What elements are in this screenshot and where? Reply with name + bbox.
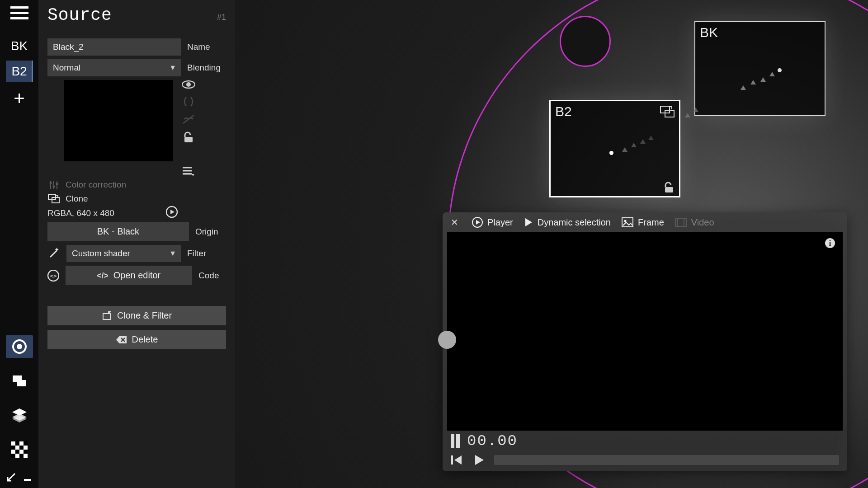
tab-label: Frame: [638, 217, 664, 228]
code-value: Open editor: [113, 270, 161, 281]
timeline-track[interactable]: [494, 455, 839, 465]
delete-label: Delete: [132, 334, 158, 345]
svg-rect-1: [10, 12, 28, 14]
svg-text:</>: </>: [97, 271, 108, 280]
filter-label: Filter: [187, 249, 226, 258]
menu-button[interactable]: [10, 5, 28, 21]
svg-point-54: [624, 220, 627, 222]
magic-wand-icon[interactable]: [47, 248, 60, 259]
delete-button[interactable]: Delete: [47, 330, 226, 349]
svg-rect-14: [24, 446, 28, 450]
origin-button[interactable]: BK - Black: [47, 222, 189, 241]
play-button[interactable]: [473, 454, 485, 466]
svg-marker-52: [525, 218, 532, 226]
clone-filter-label: Clone & Filter: [117, 310, 172, 321]
sidebar-source-bk[interactable]: BK: [6, 35, 33, 57]
filter-select[interactable]: Custom shader ▼: [66, 245, 181, 262]
video-preview[interactable]: i: [447, 232, 843, 431]
svg-rect-13: [15, 446, 19, 450]
visibility-icon[interactable]: [182, 80, 195, 89]
origin-value: BK - Black: [97, 226, 139, 237]
svg-point-4: [17, 344, 22, 349]
drag-handle[interactable]: [438, 331, 456, 349]
open-editor-button[interactable]: </> Open editor: [66, 266, 192, 285]
player-panel: ✕ Player Dynamic selection Frame Video i: [443, 212, 847, 471]
share-icon: [102, 311, 113, 321]
link-off-icon[interactable]: [182, 114, 195, 124]
node-label: B2: [555, 104, 572, 119]
pause-icon: [451, 434, 460, 448]
code-label: Code: [198, 271, 226, 281]
node-bk[interactable]: BK: [694, 21, 826, 116]
clone-label: Clone: [66, 194, 88, 204]
chevron-down-icon: ▼: [169, 249, 176, 258]
source-label: BK: [11, 39, 28, 53]
svg-text:<>: <>: [50, 272, 57, 279]
tab-video: Video: [675, 217, 714, 228]
code-icon[interactable]: <>: [47, 270, 59, 282]
code-brackets-icon: </>: [97, 271, 108, 280]
svg-rect-28: [183, 173, 192, 175]
play-circle-icon: [472, 217, 483, 228]
svg-line-24: [183, 115, 194, 123]
source-info: RGBA, 640 x 480: [47, 208, 156, 218]
node-b2[interactable]: B2: [549, 100, 680, 197]
svg-rect-16: [19, 450, 24, 454]
play-small-icon[interactable]: [163, 206, 181, 218]
name-input[interactable]: [47, 38, 181, 56]
properties-panel: Source #1 Name Normal ▼ Blending Color c…: [38, 0, 235, 488]
menu-list-icon[interactable]: [183, 166, 194, 176]
add-source-button[interactable]: +: [14, 88, 25, 109]
close-icon[interactable]: ✕: [451, 217, 458, 228]
svg-rect-44: [103, 314, 110, 319]
workspace-canvas[interactable]: BK B2 ✕ Player: [235, 0, 868, 488]
collapse-icon[interactable]: [7, 473, 16, 482]
layers-tool[interactable]: [6, 404, 33, 427]
rewind-button[interactable]: [451, 455, 464, 465]
svg-rect-12: [19, 441, 24, 446]
svg-rect-21: [24, 479, 31, 481]
svg-rect-17: [15, 454, 19, 458]
svg-text:i: i: [829, 239, 831, 248]
tab-label: Player: [487, 217, 513, 228]
transform-tool[interactable]: [6, 370, 33, 392]
svg-line-40: [50, 250, 57, 257]
filter-value: Custom shader: [72, 249, 130, 258]
image-icon: [622, 217, 633, 227]
clone-and-filter-button[interactable]: Clone & Filter: [47, 306, 226, 325]
target-tool[interactable]: [6, 335, 33, 358]
svg-point-33: [50, 182, 52, 184]
source-label: B2: [11, 64, 27, 79]
tab-player[interactable]: Player: [472, 217, 513, 228]
info-icon[interactable]: i: [825, 238, 835, 249]
name-label: Name: [187, 42, 226, 52]
svg-point-34: [53, 186, 55, 188]
tab-frame[interactable]: Frame: [622, 217, 664, 228]
svg-rect-60: [451, 455, 453, 465]
svg-rect-2: [10, 17, 28, 19]
svg-rect-26: [183, 167, 192, 169]
svg-rect-0: [10, 6, 28, 9]
tab-dynamic-selection[interactable]: Dynamic selection: [524, 217, 611, 228]
tab-label: Video: [691, 217, 714, 228]
sidebar-source-b2[interactable]: B2: [6, 61, 33, 82]
minimize-icon[interactable]: [23, 473, 32, 482]
center-node[interactable]: [560, 16, 611, 67]
panel-index: #1: [217, 13, 226, 22]
svg-rect-53: [622, 218, 633, 227]
node-label: BK: [700, 25, 718, 40]
svg-rect-49: [665, 187, 673, 192]
film-icon: [675, 218, 687, 227]
svg-marker-39: [170, 210, 175, 214]
chevron-down-icon: ▼: [169, 64, 176, 72]
tab-label: Dynamic selection: [538, 217, 611, 228]
source-preview: [64, 80, 173, 161]
checker-tool[interactable]: [6, 438, 33, 461]
link-icon: [660, 106, 675, 117]
play-icon: [524, 217, 533, 227]
svg-point-23: [186, 82, 191, 87]
svg-rect-25: [184, 137, 193, 142]
mirror-icon[interactable]: [182, 96, 195, 107]
blending-select[interactable]: Normal ▼: [47, 59, 181, 76]
unlock-icon[interactable]: [183, 131, 194, 143]
